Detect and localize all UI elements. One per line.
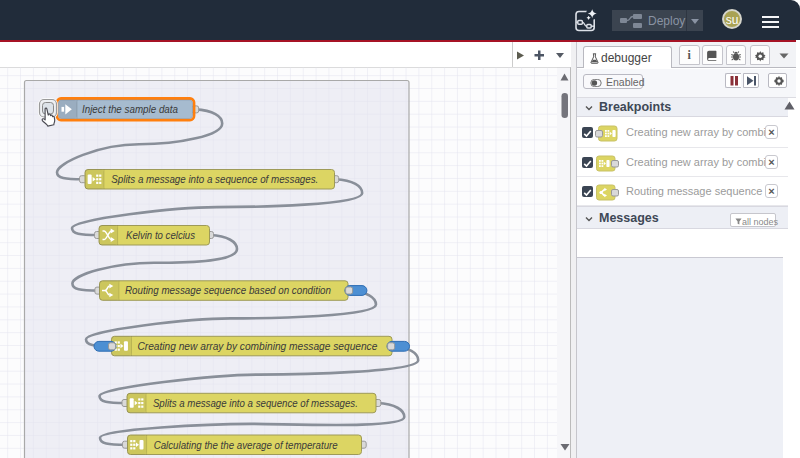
svg-text:Splits a message into a sequen: Splits a message into a sequence of mess… [111, 173, 318, 185]
svg-text:Routing message sequence based: Routing message sequence based on condit… [125, 284, 331, 296]
svg-text:Splits a message into a sequen: Splits a message into a sequence of mess… [153, 397, 358, 409]
svg-text:Calculating the the average of: Calculating the the average of temperatu… [154, 439, 338, 451]
svg-text:Kelvin to celcius: Kelvin to celcius [126, 229, 195, 241]
svg-text:Inject the sample data: Inject the sample data [82, 103, 178, 115]
svg-text:Creating new array by combinin: Creating new array by combining message … [137, 340, 377, 352]
